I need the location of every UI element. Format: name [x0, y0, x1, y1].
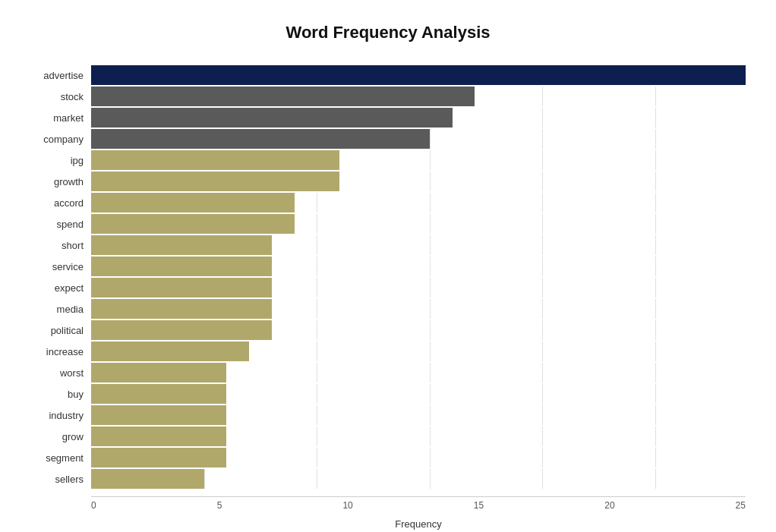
bar-fill: [91, 150, 339, 170]
chart-title: Word Frequency Analysis: [30, 23, 746, 42]
bar-fill: [91, 320, 272, 340]
bar-fill: [91, 214, 295, 234]
bar-track: [91, 299, 746, 319]
bar-label: growth: [30, 176, 91, 187]
bar-track: [91, 448, 746, 467]
bar-row: short: [30, 235, 746, 255]
bar-track: [91, 257, 746, 276]
bar-track: [91, 363, 746, 382]
bar-label: buy: [30, 389, 91, 400]
bar-row: grow: [30, 427, 746, 446]
bar-fill: [91, 65, 746, 85]
bar-label: advertise: [30, 70, 91, 81]
x-tick: 5: [217, 500, 222, 511]
bar-track: [91, 278, 746, 297]
bar-row: political: [30, 320, 746, 340]
bar-track: [91, 384, 746, 404]
x-tick: 20: [604, 500, 614, 511]
bar-fill: [91, 299, 272, 319]
bar-row: increase: [30, 342, 746, 361]
bar-row: market: [30, 108, 746, 127]
bar-label: company: [30, 134, 91, 145]
x-ticks: 0510152025: [91, 497, 746, 511]
bar-track: [91, 320, 746, 340]
bar-fill: [91, 193, 295, 212]
bar-row: accord: [30, 193, 746, 212]
bar-row: growth: [30, 172, 746, 191]
x-tick: 0: [91, 500, 96, 511]
bar-fill: [91, 108, 453, 127]
bar-row: ipg: [30, 150, 746, 170]
bar-fill: [91, 448, 226, 467]
bar-track: [91, 150, 746, 170]
bar-row: buy: [30, 384, 746, 404]
bar-fill: [91, 172, 339, 191]
x-axis-area: 0510152025: [91, 496, 746, 511]
bar-row: stock: [30, 87, 746, 106]
x-tick: 25: [736, 500, 746, 511]
bar-fill: [91, 235, 272, 255]
bar-row: spend: [30, 214, 746, 234]
bar-label: political: [30, 325, 91, 336]
bar-track: [91, 65, 746, 85]
bar-label: market: [30, 112, 91, 124]
bar-label: spend: [30, 219, 91, 230]
bar-row: expect: [30, 278, 746, 297]
bar-row: worst: [30, 363, 746, 382]
bar-row: segment: [30, 448, 746, 467]
bar-row: industry: [30, 405, 746, 425]
bar-label: short: [30, 240, 91, 251]
bar-fill: [91, 405, 226, 425]
bar-fill: [91, 342, 249, 361]
bar-track: [91, 469, 746, 489]
chart-container: Word Frequency Analysis advertisestockma…: [0, 0, 776, 532]
bar-label: service: [30, 261, 91, 272]
bar-row: service: [30, 257, 746, 276]
bar-label: increase: [30, 346, 91, 357]
bar-track: [91, 235, 746, 255]
bar-label: expect: [30, 282, 91, 294]
bar-row: advertise: [30, 65, 746, 85]
bar-label: ipg: [30, 155, 91, 166]
bar-fill: [91, 384, 226, 404]
bar-track: [91, 108, 746, 127]
bar-row: sellers: [30, 469, 746, 489]
bar-track: [91, 342, 746, 361]
bar-fill: [91, 469, 204, 489]
x-axis-label: Frequency: [91, 518, 746, 530]
bar-fill: [91, 278, 272, 297]
bar-fill: [91, 129, 430, 149]
bar-row: media: [30, 299, 746, 319]
bar-track: [91, 405, 746, 425]
bar-track: [91, 214, 746, 234]
bar-fill: [91, 257, 272, 276]
bar-label: worst: [30, 367, 91, 379]
bar-label: stock: [30, 91, 91, 102]
bar-track: [91, 129, 746, 149]
bar-fill: [91, 363, 226, 382]
bar-track: [91, 172, 746, 191]
bar-label: segment: [30, 452, 91, 464]
bar-label: media: [30, 304, 91, 315]
bar-track: [91, 87, 746, 106]
bar-fill: [91, 87, 475, 106]
x-tick: 15: [474, 500, 484, 511]
bar-label: industry: [30, 410, 91, 421]
bar-fill: [91, 427, 226, 446]
bar-track: [91, 193, 746, 212]
x-tick: 10: [342, 500, 352, 511]
bar-track: [91, 427, 746, 446]
bar-label: sellers: [30, 474, 91, 485]
bar-label: grow: [30, 431, 91, 442]
bar-row: company: [30, 129, 746, 149]
bar-label: accord: [30, 197, 91, 209]
chart-area: advertisestockmarketcompanyipggrowthacco…: [30, 65, 746, 490]
